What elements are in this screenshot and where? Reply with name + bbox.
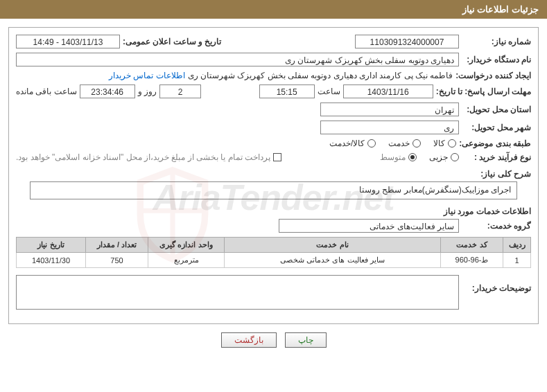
radio-icon bbox=[408, 153, 417, 161]
th-idx: ردیف bbox=[503, 238, 531, 253]
row-buyer-notes: توضیحات خریدار: bbox=[16, 272, 531, 312]
desc-label: شرح کلی نیاز: bbox=[16, 169, 531, 179]
page-title: جزئیات اطلاعات نیاز bbox=[462, 4, 539, 15]
radio-minor-label: جزیی bbox=[429, 152, 448, 162]
row-category: طبقه بندی موضوعی: کالا خدمت کالا/خدمت bbox=[16, 139, 531, 148]
deadline-date-field: 1403/11/16 bbox=[343, 84, 433, 98]
print-button[interactable]: چاپ bbox=[285, 332, 327, 348]
main-panel: شماره نیاز: 1103091324000007 تاریخ و ساع… bbox=[8, 27, 539, 324]
th-qty: تعداد / مقدار bbox=[86, 238, 148, 253]
province-field: تهران bbox=[320, 103, 459, 116]
announce-label: تاریخ و ساعت اعلان عمومی: bbox=[123, 37, 221, 46]
buyer-label: نام دستگاه خریدار: bbox=[462, 55, 531, 64]
need-number-label: شماره نیاز: bbox=[462, 37, 531, 46]
group-label: گروه خدمت: bbox=[462, 221, 531, 231]
creator-value: فاطمه نیک پی کارمند اداری دهیاری دوتوبه … bbox=[188, 71, 453, 80]
radio-goods-service-label: کالا/خدمت bbox=[329, 139, 365, 148]
buyer-notes-box bbox=[16, 275, 459, 310]
radio-medium[interactable]: متوسط bbox=[380, 152, 417, 162]
cell-unit: مترمربع bbox=[148, 253, 225, 268]
footer-buttons: چاپ بازگشت bbox=[0, 332, 547, 348]
category-radio-group: کالا خدمت کالا/خدمت bbox=[329, 139, 456, 148]
row-city: شهر محل تحویل: ری bbox=[16, 121, 531, 134]
table-row: 1 ط-96-960 سایر فعالیت های خدماتی شخصی م… bbox=[17, 253, 531, 268]
th-unit: واحد اندازه گیری bbox=[148, 238, 225, 253]
cell-date: 1403/11/30 bbox=[17, 253, 86, 268]
days-remaining-field: 2 bbox=[159, 84, 201, 98]
buyer-field: دهیاری دوتوبه سفلی بخش کهریزک شهرستان ری bbox=[16, 53, 459, 66]
row-process: نوع فرآیند خرید : جزیی متوسط پرداخت تمام… bbox=[16, 152, 531, 162]
desc-text: اجرای موزاییک(سنگفرش)معابر سطح روستا bbox=[359, 185, 511, 195]
province-label: استان محل تحویل: bbox=[462, 105, 531, 114]
services-section-title: اطلاعات خدمات مورد نیاز bbox=[16, 206, 531, 216]
buyer-contact-link[interactable]: اطلاعات تماس خریدار bbox=[109, 71, 185, 80]
page-header: جزئیات اطلاعات نیاز bbox=[0, 0, 547, 19]
table-header-row: ردیف کد خدمت نام خدمت واحد اندازه گیری ت… bbox=[17, 238, 531, 253]
city-field: ری bbox=[320, 121, 459, 134]
radio-medium-label: متوسط bbox=[380, 152, 406, 162]
radio-service[interactable]: خدمت bbox=[388, 139, 421, 148]
radio-goods[interactable]: کالا bbox=[433, 139, 456, 148]
announce-field: 1403/11/13 - 14:49 bbox=[16, 35, 120, 48]
day-and-label: روز و bbox=[138, 87, 157, 96]
radio-icon bbox=[448, 139, 456, 148]
treasury-checkbox[interactable] bbox=[273, 153, 281, 161]
row-service-group: گروه خدمت: سایر فعالیت‌های خدماتی bbox=[16, 219, 531, 233]
group-field: سایر فعالیت‌های خدماتی bbox=[279, 219, 459, 233]
cell-code: ط-96-960 bbox=[441, 253, 503, 268]
creator-label: ایجاد کننده درخواست: bbox=[455, 71, 531, 80]
process-label: نوع فرآیند خرید : bbox=[462, 152, 531, 162]
radio-icon bbox=[367, 139, 376, 148]
row-creator: ایجاد کننده درخواست: فاطمه نیک پی کارمند… bbox=[16, 71, 531, 80]
radio-icon bbox=[413, 139, 421, 148]
radio-goods-label: کالا bbox=[433, 139, 445, 148]
time-remaining-field: 23:34:46 bbox=[80, 84, 135, 98]
desc-box: اجرای موزاییک(سنگفرش)معابر سطح روستا bbox=[30, 181, 517, 199]
row-province: استان محل تحویل: تهران bbox=[16, 103, 531, 116]
services-table: ردیف کد خدمت نام خدمت واحد اندازه گیری ت… bbox=[16, 237, 531, 268]
category-label: طبقه بندی موضوعی: bbox=[459, 139, 531, 148]
radio-service-label: خدمت bbox=[388, 139, 410, 148]
th-code: کد خدمت bbox=[441, 238, 503, 253]
th-date: تاریخ نیاز bbox=[17, 238, 86, 253]
need-number-field: 1103091324000007 bbox=[355, 35, 459, 48]
buyer-notes-label: توضیحات خریدار: bbox=[462, 283, 531, 293]
cell-name: سایر فعالیت های خدماتی شخصی bbox=[225, 253, 441, 268]
city-label: شهر محل تحویل: bbox=[462, 123, 531, 132]
process-radio-group: جزیی متوسط bbox=[380, 152, 459, 162]
row-buyer: نام دستگاه خریدار: دهیاری دوتوبه سفلی بخ… bbox=[16, 53, 531, 66]
th-name: نام خدمت bbox=[225, 238, 441, 253]
row-need-number: شماره نیاز: 1103091324000007 تاریخ و ساع… bbox=[16, 35, 531, 48]
row-deadline: مهلت ارسال پاسخ: تا تاریخ: 1403/11/16 سا… bbox=[16, 84, 531, 98]
back-button[interactable]: بازگشت bbox=[221, 332, 277, 348]
radio-icon bbox=[451, 153, 459, 161]
cell-qty: 750 bbox=[86, 253, 148, 268]
deadline-label: مهلت ارسال پاسخ: تا تاریخ: bbox=[436, 87, 531, 96]
remaining-label: ساعت باقی مانده bbox=[16, 87, 77, 96]
radio-minor[interactable]: جزیی bbox=[429, 152, 459, 162]
deadline-time-field: 15:15 bbox=[259, 84, 315, 98]
cell-idx: 1 bbox=[503, 253, 531, 268]
radio-goods-service[interactable]: کالا/خدمت bbox=[329, 139, 376, 148]
treasury-note: پرداخت تمام یا بخشی از مبلغ خرید،از محل … bbox=[16, 152, 270, 162]
time-label: ساعت bbox=[318, 87, 340, 96]
